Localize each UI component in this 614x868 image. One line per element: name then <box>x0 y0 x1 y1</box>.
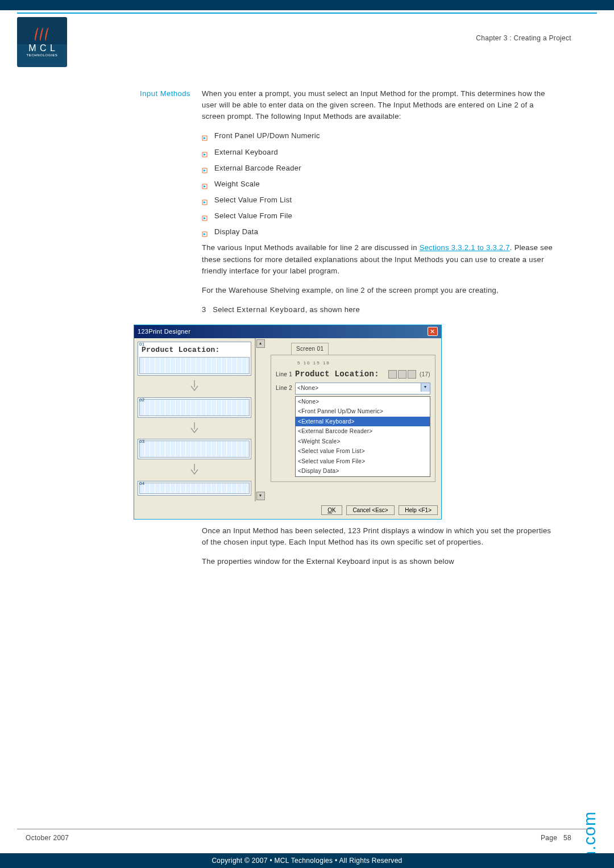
paragraph-properties-intro: Once an Input Method has been selected, … <box>202 525 554 548</box>
sections-link[interactable]: Sections 3.3.2.1 to 3.3.2.7 <box>420 243 510 252</box>
logo: M C L TECHNOLOGIES <box>17 17 67 67</box>
scrollbar[interactable]: ▴ ▾ <box>255 338 265 501</box>
right-properties-panel: Screen 01 5 10 15 18 Line 1 Product Loca… <box>265 338 441 501</box>
bullet-icon <box>202 213 208 219</box>
bullet-icon <box>202 133 208 139</box>
bullet-icon <box>202 197 208 203</box>
dialog-button-row: OK Cancel <Esc> Help <F1> <box>134 501 441 519</box>
dropdown-option[interactable]: <Front Pannel Up/Dw Numeric> <box>296 406 430 417</box>
list-item: Display Data <box>202 226 554 238</box>
chapter-heading: Chapter 3 : Creating a Project <box>476 34 571 42</box>
bullet-icon <box>202 149 208 155</box>
paragraph-warehouse: For the Warehouse Shelving example, on l… <box>202 285 554 296</box>
dropdown-option[interactable]: <External Keyboard> <box>296 417 430 427</box>
list-item: External Keyboard <box>202 147 554 158</box>
preview-slot-04: 04 <box>138 481 251 496</box>
scroll-up-icon[interactable]: ▴ <box>256 339 265 348</box>
chevron-down-icon[interactable]: ▾ <box>421 383 430 392</box>
char-count: (17) <box>420 370 430 379</box>
dropdown-option[interactable]: <Weight Scale> <box>296 437 430 447</box>
preview-slot-02: 02 <box>138 397 251 418</box>
input-method-select[interactable]: <None> ▾ <box>295 383 430 394</box>
bullet-icon <box>202 165 208 171</box>
down-arrow-icon <box>138 420 251 439</box>
top-bar <box>0 0 614 10</box>
footer-rule <box>17 829 591 829</box>
dropdown-option[interactable]: <Select value From File> <box>296 456 430 467</box>
down-arrow-icon <box>138 462 251 481</box>
logo-text-tech: TECHNOLOGIES <box>27 53 58 57</box>
align-right-icon[interactable] <box>408 370 416 379</box>
line1-label: Line 1 <box>276 370 295 379</box>
paragraph-sections: The various Input Methods available for … <box>202 242 554 276</box>
left-preview-panel: 01 Product Location: 02 03 <box>134 338 255 501</box>
logo-text-mcl: M C L <box>27 43 58 53</box>
dropdown-option[interactable]: <Select value From List> <box>296 446 430 456</box>
window-title: 123Print Designer <box>138 327 190 337</box>
cancel-button[interactable]: Cancel <Esc> <box>346 505 394 515</box>
input-method-dropdown[interactable]: <None><Front Pannel Up/Dw Numeric><Exter… <box>295 396 430 477</box>
list-item: Select Value From List <box>202 194 554 206</box>
screen-tab[interactable]: Screen 01 <box>291 343 329 355</box>
list-item: External Barcode Reader <box>202 163 554 174</box>
body-content: Input Methods When you enter a prompt, y… <box>111 88 554 581</box>
bullet-icon <box>202 229 208 235</box>
footer-page: Page 58 <box>541 834 571 842</box>
dropdown-option[interactable]: <External Barcode Reader> <box>296 426 430 437</box>
intro-paragraph: When you enter a prompt, you must select… <box>202 88 554 122</box>
close-icon[interactable]: ✕ <box>428 327 438 336</box>
preview-slot-03: 03 <box>138 439 251 459</box>
dropdown-option[interactable]: <Display Data> <box>296 466 430 476</box>
align-left-icon[interactable] <box>388 370 397 379</box>
line2-label: Line 2 <box>276 384 295 393</box>
ruler: 5 10 15 18 <box>297 360 430 367</box>
footer-date: October 2007 <box>26 834 69 842</box>
input-methods-list: Front Panel UP/Down NumericExternal Keyb… <box>202 130 554 238</box>
window-titlebar: 123Print Designer ✕ <box>134 325 441 338</box>
section-label: Input Methods <box>111 88 202 319</box>
bullet-icon <box>202 181 208 187</box>
list-item: Weight Scale <box>202 178 554 190</box>
align-center-icon[interactable] <box>398 370 406 379</box>
preview-slot-01: 01 Product Location: <box>138 342 251 376</box>
designer-screenshot: 123Print Designer ✕ 01 Product Location:… <box>134 325 442 520</box>
line1-text: Product Location: <box>295 368 388 381</box>
header-rule <box>17 13 597 14</box>
list-item: Select Value From File <box>202 210 554 222</box>
scroll-down-icon[interactable]: ▾ <box>256 492 265 500</box>
step-line: 3 Select External Keyboard, as shown her… <box>202 304 554 315</box>
copyright-bar: Copyright © 2007 • MCL Technologies • Al… <box>0 853 614 868</box>
down-arrow-icon <box>138 378 251 397</box>
help-button[interactable]: Help <F1> <box>399 505 438 515</box>
ok-button[interactable]: OK <box>321 505 342 515</box>
dropdown-option[interactable]: <None> <box>296 397 430 407</box>
list-item: Front Panel UP/Down Numeric <box>202 130 554 142</box>
document-page: M C L TECHNOLOGIES Chapter 3 : Creating … <box>0 0 614 868</box>
paragraph-external-keyboard: The properties window for the External K… <box>202 556 554 567</box>
